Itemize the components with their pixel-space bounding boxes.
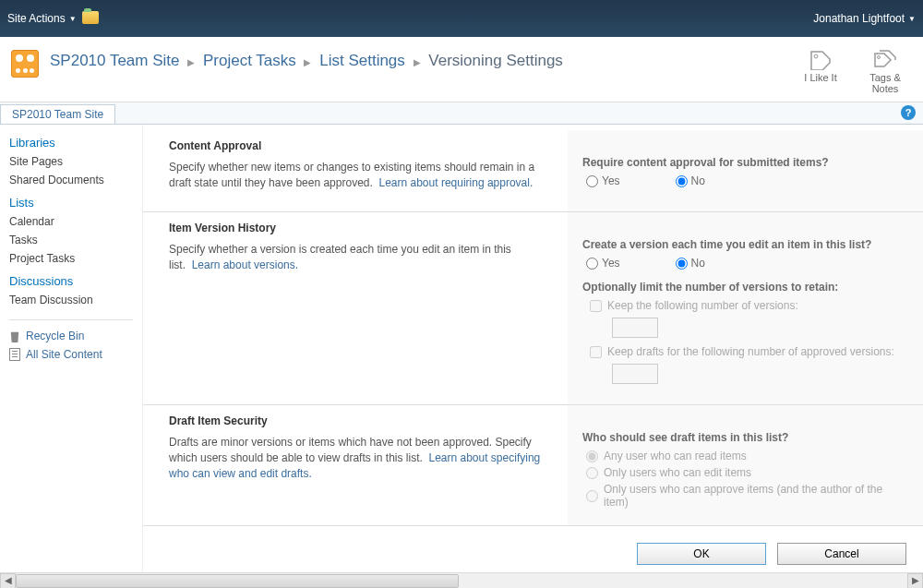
page-header: SP2010 Team Site ▶ Project Tasks ▶ List … bbox=[0, 37, 923, 102]
keep-drafts-option: Keep drafts for the following number of … bbox=[590, 345, 908, 358]
section-draft-security: Draft Item Security Drafts are minor ver… bbox=[143, 405, 923, 526]
user-name-label: Jonathan Lightfoot bbox=[813, 12, 905, 25]
breadcrumb-list-link[interactable]: Project Tasks bbox=[203, 52, 296, 69]
scroll-right-button[interactable]: ▶ bbox=[907, 573, 923, 589]
nav-header-lists[interactable]: Lists bbox=[9, 196, 133, 210]
learn-approval-link[interactable]: Learn about requiring approval. bbox=[379, 176, 533, 189]
nav-header-discussions[interactable]: Discussions bbox=[9, 274, 133, 288]
nav-item-shared-documents[interactable]: Shared Documents bbox=[9, 174, 133, 186]
draft-opt2[interactable]: Only users who can edit items bbox=[586, 466, 908, 479]
section-content-approval: Content Approval Specify whether new ite… bbox=[143, 130, 923, 212]
tab-strip: SP2010 Team Site ? bbox=[0, 102, 923, 125]
tags-notes-button[interactable]: Tags & Notes bbox=[862, 50, 908, 94]
nav-item-site-pages[interactable]: Site Pages bbox=[9, 155, 133, 168]
learn-versions-link[interactable]: Learn about versions. bbox=[192, 258, 298, 271]
tag-icon bbox=[809, 50, 832, 70]
site-logo-icon[interactable] bbox=[11, 50, 39, 78]
breadcrumb-separator-icon: ▶ bbox=[304, 57, 311, 67]
approval-yes-option[interactable]: Yes bbox=[586, 174, 620, 187]
history-yes-radio[interactable] bbox=[586, 258, 598, 270]
like-label: I Like It bbox=[804, 72, 836, 83]
settings-form: Content Approval Specify whether new ite… bbox=[143, 125, 923, 588]
keep-drafts-checkbox[interactable] bbox=[590, 346, 602, 358]
breadcrumb: SP2010 Team Site ▶ Project Tasks ▶ List … bbox=[50, 50, 797, 70]
nav-item-recycle-bin[interactable]: Recycle Bin bbox=[9, 330, 133, 342]
breadcrumb-separator-icon: ▶ bbox=[187, 57, 195, 67]
keep-versions-label: Keep the following number of versions: bbox=[607, 299, 798, 312]
breadcrumb-current: Versioning Settings bbox=[428, 52, 563, 69]
nav-item-calendar[interactable]: Calendar bbox=[9, 215, 133, 228]
scrollbar-track[interactable] bbox=[16, 573, 907, 589]
breadcrumb-settings-link[interactable]: List Settings bbox=[319, 52, 405, 69]
ribbon-bar: Site Actions ▼ Jonathan Lightfoot ▼ bbox=[0, 0, 923, 37]
breadcrumb-separator-icon: ▶ bbox=[414, 57, 421, 67]
draft-opt1-radio[interactable] bbox=[586, 450, 598, 462]
social-actions: I Like It Tags & Notes bbox=[797, 50, 912, 94]
keep-drafts-input[interactable] bbox=[612, 364, 658, 384]
recycle-bin-icon bbox=[9, 330, 20, 342]
section-title: Content Approval bbox=[169, 139, 551, 152]
nav-item-team-discussion[interactable]: Team Discussion bbox=[9, 294, 133, 306]
draft-opt3[interactable]: Only users who can approve items (and th… bbox=[586, 483, 908, 509]
history-no-radio[interactable] bbox=[676, 258, 688, 270]
breadcrumb-site-link[interactable]: SP2010 Team Site bbox=[50, 52, 180, 69]
nav-item-project-tasks[interactable]: Project Tasks bbox=[9, 252, 133, 265]
approval-yes-radio[interactable] bbox=[586, 175, 598, 187]
draft-question: Who should see draft items in this list? bbox=[582, 431, 908, 444]
approval-no-radio[interactable] bbox=[676, 175, 688, 187]
all-content-icon bbox=[9, 348, 20, 361]
approval-question: Require content approval for submitted i… bbox=[582, 156, 908, 169]
all-content-label: All Site Content bbox=[26, 348, 102, 361]
section-description: Specify whether new items or changes to … bbox=[169, 160, 551, 191]
nav-header-libraries[interactable]: Libraries bbox=[9, 136, 133, 150]
section-description: Drafts are minor versions or items which… bbox=[169, 435, 551, 481]
folder-icon bbox=[82, 11, 99, 24]
history-yes-option[interactable]: Yes bbox=[586, 257, 620, 270]
history-question: Create a version each time you edit an i… bbox=[582, 238, 908, 251]
i-like-it-button[interactable]: I Like It bbox=[797, 50, 844, 94]
ok-button[interactable]: OK bbox=[637, 543, 766, 565]
limit-label: Optionally limit the number of versions … bbox=[582, 281, 908, 294]
site-actions-menu[interactable]: Site Actions ▼ bbox=[7, 12, 77, 25]
draft-opt1[interactable]: Any user who can read items bbox=[586, 450, 908, 462]
section-version-history: Item Version History Specify whether a v… bbox=[143, 212, 923, 405]
tags-label: Tags & Notes bbox=[869, 72, 901, 94]
site-actions-label: Site Actions bbox=[7, 12, 66, 25]
body-area: Libraries Site Pages Shared Documents Li… bbox=[0, 125, 923, 588]
chevron-down-icon: ▼ bbox=[908, 15, 916, 23]
nav-item-all-site-content[interactable]: All Site Content bbox=[9, 348, 133, 361]
draft-opt2-radio[interactable] bbox=[586, 467, 598, 479]
keep-drafts-label: Keep drafts for the following number of … bbox=[607, 345, 894, 358]
keep-versions-checkbox[interactable] bbox=[590, 300, 602, 312]
quick-launch-nav: Libraries Site Pages Shared Documents Li… bbox=[0, 125, 143, 588]
approval-no-option[interactable]: No bbox=[676, 174, 705, 187]
svg-point-1 bbox=[878, 56, 881, 59]
help-icon[interactable]: ? bbox=[901, 105, 916, 120]
navigate-up-icon[interactable] bbox=[82, 11, 99, 27]
keep-versions-input[interactable] bbox=[612, 318, 658, 338]
section-title: Item Version History bbox=[169, 222, 551, 234]
section-title: Draft Item Security bbox=[169, 414, 551, 427]
scrollbar-thumb[interactable] bbox=[16, 574, 459, 588]
tags-icon bbox=[874, 50, 896, 70]
tab-site-home[interactable]: SP2010 Team Site bbox=[0, 104, 115, 124]
history-no-option[interactable]: No bbox=[676, 257, 705, 270]
keep-versions-option: Keep the following number of versions: bbox=[590, 299, 908, 312]
section-description: Specify whether a version is created eac… bbox=[169, 242, 551, 273]
nav-divider bbox=[9, 319, 133, 320]
user-menu[interactable]: Jonathan Lightfoot ▼ bbox=[813, 12, 916, 25]
recycle-bin-label: Recycle Bin bbox=[26, 330, 84, 342]
nav-item-tasks[interactable]: Tasks bbox=[9, 234, 133, 246]
horizontal-scrollbar[interactable]: ◀ ▶ bbox=[0, 572, 923, 588]
svg-point-0 bbox=[814, 54, 818, 58]
cancel-button[interactable]: Cancel bbox=[777, 543, 906, 565]
chevron-down-icon: ▼ bbox=[69, 15, 77, 23]
draft-opt3-radio[interactable] bbox=[586, 490, 598, 502]
scroll-left-button[interactable]: ◀ bbox=[0, 573, 16, 589]
